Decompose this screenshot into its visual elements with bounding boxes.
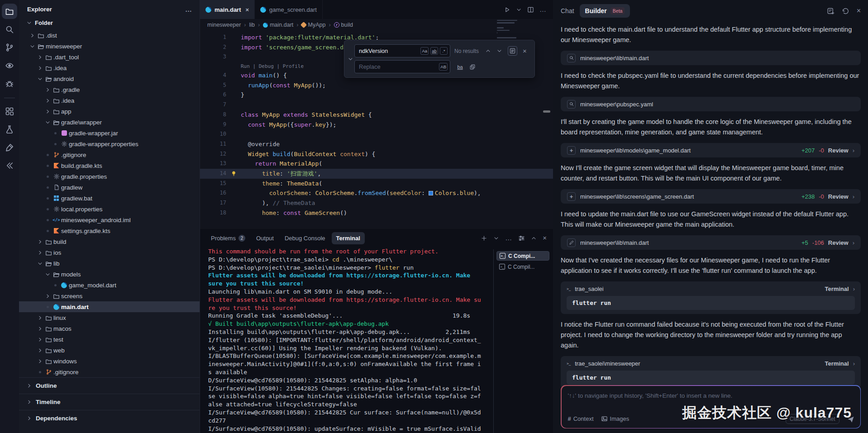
review-button[interactable]: Review bbox=[828, 193, 849, 200]
tree-item-build.gradle.kts[interactable]: build.gradle.kts bbox=[19, 160, 200, 171]
tree-item-build[interactable]: build bbox=[19, 236, 200, 247]
run-button[interactable] bbox=[504, 6, 510, 13]
source-control-icon[interactable] bbox=[2, 40, 17, 55]
breadcrumb-MyApp[interactable]: MyApp bbox=[301, 22, 325, 28]
breadcrumb-build[interactable]: fbuild bbox=[334, 22, 353, 28]
panel-more-actions-icon[interactable]: … bbox=[505, 234, 512, 242]
terminal-session[interactable]: >_C Compil... bbox=[496, 262, 549, 271]
preview-icon[interactable] bbox=[2, 58, 17, 73]
review-button[interactable]: Review bbox=[828, 147, 849, 154]
debug-icon[interactable] bbox=[2, 76, 17, 91]
tree-item-.gradle[interactable]: .gradle bbox=[19, 84, 200, 95]
terminal-card[interactable]: >_trae_saolei\minesweeperTerminal›flutte… bbox=[561, 356, 861, 389]
terminal-session[interactable]: >_C Compi... bbox=[496, 251, 549, 261]
tree-item-app[interactable]: app bbox=[19, 106, 200, 117]
tree-item-test[interactable]: test bbox=[19, 334, 200, 345]
regex-toggle[interactable]: .* bbox=[440, 47, 448, 55]
maximize-panel-icon[interactable] bbox=[531, 235, 537, 241]
tree-item-models[interactable]: models bbox=[19, 269, 200, 280]
tree-item-screens[interactable]: screens bbox=[19, 290, 200, 301]
next-match-icon[interactable] bbox=[496, 48, 502, 54]
breadcrumb-main.dart[interactable]: main.dart bbox=[263, 22, 293, 28]
editor-tab-main.dart[interactable]: main.dart× bbox=[200, 0, 255, 19]
terminal-link[interactable]: Terminal bbox=[825, 360, 849, 367]
sidebar-panel-outline[interactable]: Outline bbox=[19, 377, 200, 394]
images-button[interactable]: Images bbox=[601, 415, 630, 422]
file-card[interactable]: minesweeper\lib\main.dart+5-106Review› bbox=[561, 235, 861, 250]
tree-item-minesweeper-android.iml[interactable]: </>minesweeper_android.iml bbox=[19, 214, 200, 225]
run-dropdown-chevron-icon[interactable] bbox=[516, 7, 522, 13]
tree-item-main.dart[interactable]: main.dart bbox=[19, 301, 200, 312]
tree-item-.dist[interactable]: .dist bbox=[19, 30, 200, 41]
terminal-picker-chevron-icon[interactable] bbox=[493, 235, 499, 241]
tree-item-minesweeper[interactable]: minesweeper bbox=[19, 41, 200, 52]
review-button[interactable]: Review bbox=[828, 239, 849, 246]
editor-more-actions-icon[interactable]: … bbox=[539, 5, 547, 14]
file-card[interactable]: minesweeper\pubspec.yaml bbox=[561, 97, 861, 111]
explorer-icon[interactable] bbox=[2, 4, 17, 19]
flutter-icon[interactable] bbox=[2, 158, 17, 173]
extensions-icon[interactable] bbox=[2, 104, 17, 119]
tree-item-.idea[interactable]: .idea bbox=[19, 62, 200, 73]
tree-item-local.properties[interactable]: local.properties bbox=[19, 204, 200, 214]
model-selector[interactable]: Claude-3.7-Sonnet bbox=[786, 414, 839, 424]
tree-item-gradle-wrapper.jar[interactable]: gradle-wrapper.jar bbox=[19, 128, 200, 138]
sidebar-panel-dependencies[interactable]: Dependencies bbox=[19, 410, 200, 426]
tab-builder[interactable]: Builder Beta bbox=[580, 4, 630, 18]
chat-input[interactable] bbox=[568, 392, 854, 399]
breadcrumb-lib[interactable]: lib bbox=[249, 22, 255, 28]
replace-all-icon[interactable] bbox=[469, 64, 476, 70]
tree-item-android[interactable]: android bbox=[19, 73, 200, 84]
whole-word-toggle[interactable]: ab bbox=[430, 47, 438, 55]
file-card[interactable]: +minesweeper\lib\models\game_model.dart+… bbox=[561, 143, 861, 157]
tree-item-gradle-wrapper.properties[interactable]: gradle-wrapper.properties bbox=[19, 138, 200, 149]
tree-item-gradlew.bat[interactable]: gradlew.bat bbox=[19, 193, 200, 204]
terminal-link[interactable]: Terminal bbox=[825, 285, 849, 292]
close-panel-icon[interactable]: × bbox=[543, 234, 547, 242]
panel-tab-problems[interactable]: Problems2 bbox=[206, 232, 250, 244]
tree-item-game-model.dart[interactable]: game_model.dart bbox=[19, 280, 200, 290]
new-terminal-icon[interactable] bbox=[481, 235, 487, 242]
terminal-card[interactable]: >_trae_saoleiTerminal›flutter run bbox=[561, 281, 861, 314]
close-tab-icon[interactable]: × bbox=[246, 6, 249, 13]
tree-item-gradle-wrapper[interactable]: gradle\wrapper bbox=[19, 117, 200, 128]
tree-item-ios[interactable]: ios bbox=[19, 247, 200, 258]
tree-item-linux[interactable]: linux bbox=[19, 312, 200, 323]
close-find-icon[interactable]: × bbox=[523, 47, 527, 55]
replace-icon[interactable]: ba bbox=[456, 63, 464, 71]
new-chat-icon[interactable] bbox=[827, 7, 835, 15]
panel-tab-output[interactable]: Output bbox=[252, 232, 278, 244]
tree-item-web[interactable]: web bbox=[19, 345, 200, 356]
tree-item-lib[interactable]: lib bbox=[19, 258, 200, 269]
replace-input[interactable] bbox=[359, 63, 437, 70]
folder-section-header[interactable]: Folder bbox=[19, 16, 200, 30]
ai-stamp-icon[interactable] bbox=[2, 140, 17, 155]
tree-item-.gitignore[interactable]: .gitignore bbox=[19, 366, 200, 377]
context-button[interactable]: #Context bbox=[568, 415, 594, 422]
file-card[interactable]: minesweeper\lib\main.dart bbox=[561, 51, 861, 65]
previous-match-icon[interactable] bbox=[485, 48, 491, 54]
breadcrumb-minesweeper[interactable]: minesweeper bbox=[207, 22, 241, 28]
tab-chat[interactable]: Chat bbox=[561, 7, 574, 14]
panel-settings-icon[interactable] bbox=[518, 235, 525, 242]
tree-item-gradle.properties[interactable]: gradle.properties bbox=[19, 171, 200, 182]
tree-item-settings.gradle.kts[interactable]: settings.gradle.kts bbox=[19, 225, 200, 236]
tree-item-.idea[interactable]: .idea bbox=[19, 95, 200, 106]
preserve-case-toggle[interactable]: AB bbox=[439, 63, 448, 71]
panel-tab-debug-console[interactable]: Debug Console bbox=[280, 232, 330, 244]
find-collapse-chevron-icon[interactable] bbox=[346, 44, 354, 73]
sidebar-more-actions-icon[interactable]: … bbox=[185, 5, 192, 13]
close-chat-icon[interactable]: × bbox=[857, 7, 861, 15]
find-in-selection-icon[interactable] bbox=[508, 46, 517, 56]
tree-item-.dart-tool[interactable]: .dart_tool bbox=[19, 52, 200, 62]
split-editor-icon[interactable] bbox=[527, 6, 534, 13]
test-lab-icon[interactable] bbox=[2, 122, 17, 137]
find-input[interactable] bbox=[359, 48, 419, 54]
tree-item-.gitignore[interactable]: .gitignore bbox=[19, 149, 200, 160]
tree-item-macos[interactable]: macos bbox=[19, 323, 200, 334]
send-icon[interactable] bbox=[847, 415, 855, 423]
editor-tab-game_screen.dart[interactable]: game_screen.dart bbox=[255, 0, 323, 19]
search-icon[interactable] bbox=[2, 22, 17, 37]
file-card[interactable]: +minesweeper\lib\screens\game_screen.dar… bbox=[561, 189, 861, 204]
panel-tab-terminal[interactable]: Terminal bbox=[332, 232, 365, 244]
